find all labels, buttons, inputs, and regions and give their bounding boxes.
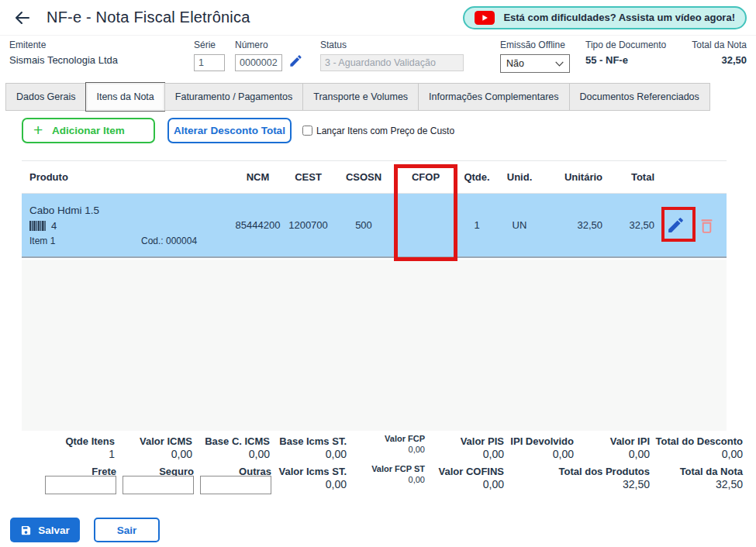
total-valor-fcp-st: Valor FCP ST 0,00 — [347, 464, 425, 485]
field-total-da-nota: Total da Nota 32,50 — [692, 40, 747, 66]
col-csosn: CSOSN — [333, 171, 394, 183]
field-status: Status — [320, 40, 464, 71]
total-da-nota-label: Total da Nota — [692, 40, 747, 50]
tab-bar: Dados Gerais Itens da Nota Faturamento /… — [6, 83, 710, 111]
col-unitario: Unitário — [543, 171, 609, 183]
total-valor-icms-st: Valor Icms ST. 0,00 — [269, 466, 347, 491]
add-item-label: Adicionar Item — [52, 125, 125, 136]
arrow-left-icon — [13, 9, 32, 27]
product-code: Cod.: 000004 — [141, 236, 197, 246]
cell-total: 32,50 — [609, 219, 661, 231]
tab-dados-gerais[interactable]: Dados Gerais — [5, 83, 86, 111]
col-unid: Unid. — [496, 171, 543, 183]
edit-item-pencil-icon[interactable] — [666, 215, 685, 235]
cost-price-checkbox[interactable] — [302, 126, 312, 136]
items-table: Produto NCM CEST CSOSN CFOP Qtde. Unid. … — [22, 160, 727, 258]
emissao-offline-label: Emissão Offline — [500, 40, 570, 50]
total-valor-fcp: Valor FCP 0,00 — [347, 434, 425, 455]
tab-faturamento-pagamentos[interactable]: Faturamento / Pagamentos — [164, 83, 303, 111]
table-empty-area — [22, 260, 727, 431]
total-qtde-itens: Qtde Itens 1 — [37, 435, 115, 461]
back-button[interactable] — [9, 5, 36, 31]
col-total: Total — [609, 171, 661, 183]
total-valor-pis: Valor PIS 0,00 — [426, 435, 504, 461]
total-da-nota-bottom: Total da Nota 32,50 — [650, 466, 743, 491]
items-table-header: Produto NCM CEST CSOSN CFOP Qtde. Unid. … — [22, 160, 727, 194]
document-fields: Emitente Sismais Tecnologia Ltda Série N… — [0, 40, 756, 80]
footer-actions: Salvar Sair — [10, 518, 160, 542]
emitente-value: Sismais Tecnologia Ltda — [9, 54, 118, 66]
cell-unid: UN — [496, 219, 543, 231]
chevron-down-icon — [555, 61, 564, 67]
tab-informacoes-complementares[interactable]: Informações Complementares — [418, 83, 569, 111]
save-button-label: Salvar — [38, 525, 70, 536]
total-valor-ipi: Valor IPI 0,00 — [572, 435, 650, 461]
top-bar: NF-e - Nota Fiscal Eletrônica Está com d… — [0, 0, 756, 36]
edit-numero-pencil-icon[interactable] — [288, 53, 303, 71]
exit-button[interactable]: Sair — [94, 518, 160, 542]
product-barcode: 4 — [51, 220, 57, 232]
total-dos-produtos: Total dos Produtos 32,50 — [557, 466, 650, 491]
totals-panel: Qtde Itens 1 Valor ICMS 0,00 Base C. ICM… — [0, 434, 756, 505]
col-produto: Produto — [22, 171, 233, 183]
col-ncm: NCM — [233, 171, 283, 183]
delete-item-trash-icon[interactable] — [699, 217, 715, 234]
total-ipi-devolvido: IPI Devolvido 0,00 — [496, 435, 574, 461]
col-qtde: Qtde. — [457, 171, 496, 183]
numero-input[interactable] — [235, 54, 282, 71]
item-ref: Item 1 — [29, 236, 55, 246]
numero-label: Número — [235, 40, 282, 50]
field-numero: Número — [235, 40, 282, 71]
serie-label: Série — [194, 40, 225, 50]
video-help-button[interactable]: Está com dificuldades? Assista um vídeo … — [463, 6, 747, 29]
page-title: NF-e - Nota Fiscal Eletrônica — [47, 9, 250, 26]
tipo-documento-value: 55 - NF-e — [585, 54, 666, 66]
total-valor-icms: Valor ICMS 0,00 — [115, 435, 192, 461]
floppy-disk-icon — [20, 525, 32, 536]
field-emissao-offline: Emissão Offline Não — [500, 40, 570, 73]
row-actions — [661, 215, 727, 235]
field-emitente: Emitente Sismais Tecnologia Ltda — [9, 40, 118, 66]
outras-despesas-input[interactable] — [200, 476, 271, 494]
video-help-label: Está com dificuldades? Assista um vídeo … — [503, 12, 735, 23]
table-row[interactable]: Cabo Hdmi 1.5 4 Item 1 Cod.: 000004 8544… — [22, 194, 727, 258]
youtube-icon — [475, 11, 495, 25]
tab-itens-da-nota[interactable]: Itens da Nota — [85, 82, 164, 112]
tipo-documento-label: Tipo de Documento — [585, 40, 666, 50]
cost-price-checkbox-wrap: Lançar Itens com Preço de Custo — [302, 126, 454, 136]
field-tipo-documento: Tipo de Documento 55 - NF-e — [585, 40, 666, 66]
add-item-button[interactable]: + Adicionar Item — [22, 118, 155, 143]
alter-discount-button[interactable]: Alterar Desconto Total — [167, 118, 292, 143]
cell-produto: Cabo Hdmi 1.5 4 Item 1 Cod.: 000004 — [22, 205, 233, 246]
items-toolbar: + Adicionar Item Alterar Desconto Total … — [22, 118, 454, 143]
col-cest: CEST — [283, 171, 333, 183]
emitente-label: Emitente — [9, 40, 118, 50]
emissao-offline-select[interactable]: Não — [500, 54, 570, 73]
tab-transporte-volumes[interactable]: Transporte e Volumes — [302, 83, 419, 111]
col-cfop: CFOP — [394, 171, 457, 183]
cost-price-checkbox-label: Lançar Itens com Preço de Custo — [316, 126, 454, 136]
barcode-icon — [29, 221, 46, 231]
status-input — [320, 54, 464, 71]
status-label: Status — [320, 40, 464, 50]
total-valor-cofins: Valor COFINS 0,00 — [426, 466, 504, 491]
nfe-screen: NF-e - Nota Fiscal Eletrônica Está com d… — [0, 0, 756, 547]
save-button[interactable]: Salvar — [10, 518, 80, 542]
product-name: Cabo Hdmi 1.5 — [29, 205, 233, 216]
total-base-icms-st: Base Icms ST. 0,00 — [269, 435, 347, 461]
total-da-nota-value: 32,50 — [692, 54, 747, 66]
total-base-c-icms: Base C. ICMS 0,00 — [192, 435, 270, 461]
total-do-desconto: Total do Desconto 0,00 — [650, 435, 743, 461]
cell-cest: 1200700 — [283, 219, 333, 231]
tab-documentos-referenciados[interactable]: Documentos Referenciados — [569, 83, 710, 111]
cell-qtde: 1 — [457, 219, 496, 231]
cell-csosn: 500 — [333, 219, 394, 231]
emissao-offline-value: Não — [506, 58, 524, 69]
seguro-input[interactable] — [123, 476, 194, 494]
plus-icon: + — [33, 121, 43, 139]
serie-input[interactable] — [194, 54, 225, 71]
cell-unitario: 32,50 — [543, 219, 609, 231]
cell-ncm: 85444200 — [233, 219, 283, 231]
field-serie: Série — [194, 40, 225, 71]
frete-input[interactable] — [45, 476, 116, 494]
